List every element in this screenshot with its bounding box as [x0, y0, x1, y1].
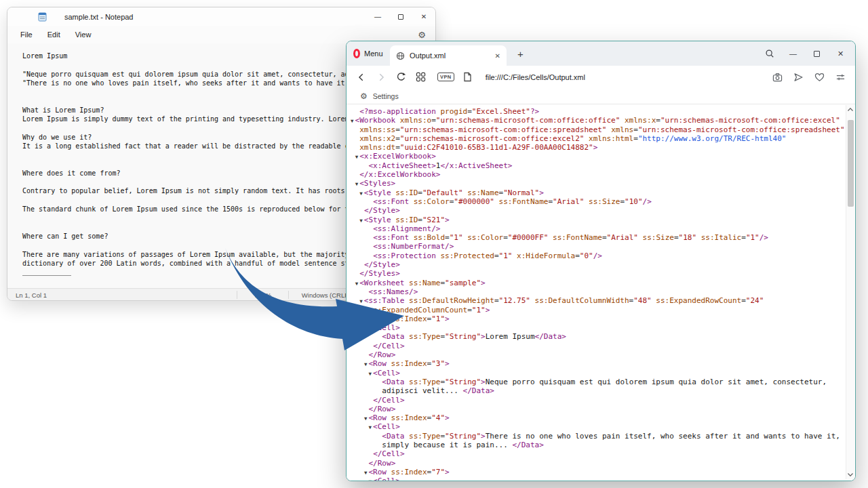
xml-line: ▼<Cell>	[351, 323, 842, 332]
xml-line: ▼<Row ss:Index="7">	[351, 468, 842, 476]
bookmark-settings[interactable]: Settings	[373, 92, 399, 100]
xml-line: </Styles>	[351, 269, 842, 278]
reload-icon	[396, 72, 406, 82]
opera-menu-label: Menu	[364, 49, 383, 58]
search-icon	[765, 49, 774, 58]
collapse-toggle-icon[interactable]: ▼	[359, 190, 364, 197]
grid-icon	[416, 72, 426, 82]
notepad-close-button[interactable]: ✕	[412, 7, 435, 26]
camera-icon	[772, 73, 783, 82]
xml-line: simply because it is pain... </Data>	[351, 441, 842, 449]
scroll-down-button[interactable]	[846, 470, 854, 479]
xml-line: <ss:Protection ss:Protected="1" x:HideFo…	[351, 251, 842, 260]
xml-line: <ss:NumberFormat/>	[351, 242, 842, 251]
collapse-toggle-icon[interactable]: ▼	[359, 298, 364, 304]
scrollbar-thumb[interactable]	[848, 120, 854, 207]
opera-menu-button[interactable]: Menu	[353, 41, 383, 66]
xml-line: ▼<Cell>	[351, 422, 842, 431]
scrollbar[interactable]	[846, 105, 854, 479]
xml-line: </Style>	[351, 260, 842, 269]
new-tab-button[interactable]: +	[513, 41, 528, 66]
browser-toolbar: VPN file:///C:/Files/Cells/Output.xml	[347, 66, 855, 88]
bookmarks-bar: ⚙ Settings	[347, 88, 855, 104]
maximize-icon	[398, 14, 403, 20]
opera-logo-icon	[353, 49, 360, 58]
xml-line: xmlns:ss="urn:schemas-microsoft-com:offi…	[351, 125, 842, 134]
back-button[interactable]	[353, 73, 370, 82]
xml-line: ▼<Row ss:Index="3">	[351, 359, 842, 368]
forward-icon	[376, 73, 386, 82]
browser-maximize-button[interactable]	[805, 51, 829, 57]
address-bar-url[interactable]: file:///C:/Files/Cells/Output.xml	[486, 73, 585, 81]
heart-icon	[814, 73, 825, 82]
xml-line: ▼<Styles>	[351, 179, 842, 188]
xml-line: </Cell>	[351, 396, 842, 405]
zoom-level-status: 100%	[242, 289, 284, 301]
notepad-settings-gear-icon[interactable]: ⚙	[418, 30, 426, 40]
sidebar-setup-button[interactable]	[832, 73, 848, 82]
xml-line: ▼<x:ExcelWorkbook>	[351, 152, 842, 161]
tab-title: Output.xml	[410, 52, 446, 60]
bookmark-button[interactable]	[811, 73, 827, 82]
cursor-position-status: Ln 1, Col 1	[16, 289, 47, 301]
xml-line: ▼<Row ss:Index="4">	[351, 413, 842, 422]
xml-line: </Style>	[351, 206, 842, 215]
browser-minimize-button[interactable]: —	[781, 49, 805, 58]
settings-gear-icon: ⚙	[360, 92, 368, 101]
xml-line: </Cell>	[351, 342, 842, 350]
document-icon	[463, 72, 472, 82]
browser-close-button[interactable]: ✕	[829, 49, 852, 58]
xml-line: <?mso-application progid="Excel.Sheet"?>	[351, 107, 842, 116]
page-info-button[interactable]	[460, 72, 476, 82]
xml-line: </Cell>	[351, 449, 842, 458]
xml-line: <ss:Font ss:Bold="1" ss:Color="#0000FF" …	[351, 233, 842, 242]
xml-viewer: <?mso-application progid="Excel.Sheet"?>…	[347, 104, 855, 481]
xml-line: ▼<Cell>	[351, 476, 842, 481]
tab-output-xml[interactable]: Output.xml ✕	[390, 45, 507, 66]
notepad-minimize-button[interactable]: —	[366, 7, 389, 26]
xml-line: </Row>	[351, 459, 842, 468]
notepad-text-divider	[22, 275, 71, 276]
xml-line: ▼<Style ss:ID="Default" ss:Name="Normal"…	[351, 188, 842, 197]
vpn-badge[interactable]: VPN	[437, 73, 454, 81]
browser-tabstrip: Menu Output.xml ✕ + —	[347, 41, 855, 66]
notepad-titlebar[interactable]: sample.txt - Notepad — ✕	[7, 7, 435, 26]
snapshot-button[interactable]	[769, 73, 785, 82]
xml-line: </Row>	[351, 405, 842, 413]
notepad-app-icon	[38, 12, 47, 22]
notepad-maximize-button[interactable]	[389, 7, 412, 26]
xml-line: </Row>	[351, 350, 842, 359]
xml-line: ▼<Style ss:ID="S21">	[351, 216, 842, 224]
chevron-down-icon	[848, 473, 853, 476]
xml-line: xmlns:dt="uuid:C2F41010-65B3-11d1-A29F-0…	[351, 143, 842, 152]
xml-line: <Data ss:Type="String">Neque porro quisq…	[351, 378, 842, 386]
xml-line: </x:ExcelWorkbook>	[351, 170, 842, 179]
xml-line: ▼<Worksheet ss:Name="sample">	[351, 279, 842, 287]
xml-line: ss:ExpandedColumnCount="1">	[351, 306, 842, 314]
menu-view[interactable]: View	[68, 28, 99, 41]
scroll-up-button[interactable]	[846, 105, 854, 114]
xml-line: <Data ss:Type="String">Lorem Ipsum</Data…	[351, 332, 842, 341]
forward-button[interactable]	[373, 73, 389, 82]
tab-close-button[interactable]: ✕	[495, 52, 500, 60]
menu-file[interactable]: File	[13, 28, 40, 41]
xml-line: <ss:Alignment/>	[351, 224, 842, 233]
menu-edit[interactable]: Edit	[40, 28, 68, 41]
xml-line: ▼<Workbook xmlns:o="urn:schemas-microsof…	[351, 116, 842, 125]
my-flow-button[interactable]	[790, 73, 806, 82]
browser-window: Menu Output.xml ✕ + —	[346, 41, 856, 481]
globe-icon	[396, 52, 405, 60]
collapse-toggle-icon[interactable]: ▼	[359, 218, 364, 224]
desktop: sample.txt - Notepad — ✕ File Edit View …	[0, 0, 868, 488]
xml-line: <ss:Font ss:Color="#000000" ss:FontName=…	[351, 197, 842, 206]
chevron-up-icon	[848, 108, 853, 111]
xml-line: ▼<Row ss:Index="1">	[351, 314, 842, 323]
speed-dial-button[interactable]	[412, 72, 429, 82]
xml-line: <Data ss:Type="String">There is no one w…	[351, 432, 842, 441]
xml-line: <x:ActiveSheet>1</x:ActiveSheet>	[351, 161, 842, 170]
xml-line: ▼<Cell>	[351, 369, 842, 378]
maximize-icon	[814, 51, 820, 57]
reload-button[interactable]	[393, 72, 409, 82]
collapse-toggle-icon[interactable]: ▼	[351, 118, 355, 124]
browser-search-button[interactable]	[757, 49, 781, 58]
